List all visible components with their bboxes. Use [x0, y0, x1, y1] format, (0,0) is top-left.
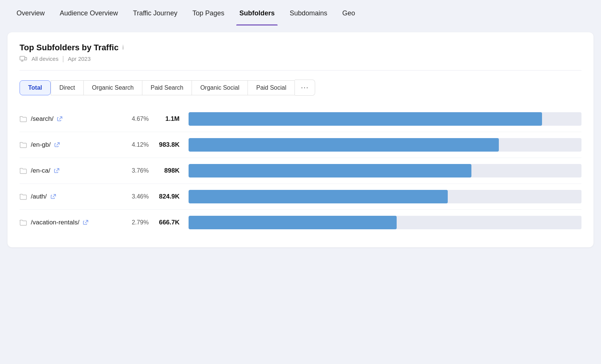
filter-tab-···[interactable]: ···	[295, 80, 315, 96]
table-row: /search/ 4.67% 1.1M	[20, 106, 581, 132]
row-percentage: 3.46%	[125, 193, 155, 200]
filter-tab-total[interactable]: Total	[20, 80, 51, 95]
table-row: /auth/ 3.46% 824.9K	[20, 184, 581, 210]
nav-item-traffic-journey[interactable]: Traffic Journey	[125, 1, 185, 26]
row-path: /auth/	[20, 193, 125, 200]
nav-item-subfolders[interactable]: Subfolders	[232, 1, 282, 26]
bar-fill	[189, 190, 448, 203]
row-path: /vacation-rentals/	[20, 219, 125, 226]
bar-container	[189, 164, 581, 177]
folder-icon	[20, 141, 27, 148]
bar-fill	[189, 112, 542, 126]
table-row: /en-ca/ 3.76% 898K	[20, 158, 581, 184]
row-value: 898K	[155, 167, 189, 174]
path-label: /search/	[31, 115, 53, 123]
svg-rect-0	[20, 56, 25, 60]
row-percentage: 4.67%	[125, 116, 155, 122]
folder-icon	[20, 116, 27, 122]
row-percentage: 4.12%	[125, 141, 155, 148]
bar-container	[189, 138, 581, 152]
table-row: /vacation-rentals/ 2.79% 666.7K	[20, 210, 581, 235]
external-link-icon[interactable]	[51, 194, 56, 199]
external-link-icon[interactable]	[57, 116, 62, 122]
top-subfolders-card: Top Subfolders by Traffic i All devices …	[8, 32, 593, 247]
row-value: 983.8K	[155, 141, 189, 149]
filter-tabs: TotalDirectOrganic SearchPaid SearchOrga…	[20, 80, 581, 96]
folder-icon	[20, 219, 27, 226]
meta-separator: |	[62, 55, 64, 63]
row-value: 824.9K	[155, 193, 189, 200]
row-path: /en-ca/	[20, 167, 125, 174]
external-link-icon[interactable]	[54, 142, 60, 147]
external-link-icon[interactable]	[83, 220, 88, 225]
row-path: /search/	[20, 115, 125, 123]
path-label: /en-ca/	[31, 167, 50, 174]
path-label: /auth/	[31, 193, 47, 200]
svg-rect-1	[25, 57, 27, 60]
nav-item-subdomains[interactable]: Subdomains	[282, 1, 335, 26]
filter-tab-direct[interactable]: Direct	[51, 80, 84, 95]
date-label: Apr 2023	[68, 56, 91, 62]
nav-item-overview[interactable]: Overview	[9, 1, 52, 26]
path-label: /vacation-rentals/	[31, 219, 79, 226]
folder-icon	[20, 167, 27, 174]
row-value: 666.7K	[155, 219, 189, 226]
devices-icon	[20, 56, 27, 62]
row-path: /en-gb/	[20, 141, 125, 149]
card-title: Top Subfolders by Traffic	[20, 43, 119, 53]
row-value: 1.1M	[155, 115, 189, 123]
bar-container	[189, 112, 581, 126]
row-percentage: 3.76%	[125, 167, 155, 174]
table-row: /en-gb/ 4.12% 983.8K	[20, 132, 581, 158]
nav-item-audience-overview[interactable]: Audience Overview	[52, 1, 125, 26]
folder-icon	[20, 193, 27, 200]
bar-fill	[189, 138, 499, 152]
external-link-icon[interactable]	[54, 168, 59, 173]
path-label: /en-gb/	[31, 141, 51, 149]
bar-container	[189, 216, 581, 229]
nav-item-top-pages[interactable]: Top Pages	[185, 1, 232, 26]
card-header: Top Subfolders by Traffic i	[20, 43, 581, 53]
devices-label: All devices	[32, 56, 59, 62]
filter-tab-organic-social[interactable]: Organic Social	[192, 80, 248, 95]
card-meta: All devices | Apr 2023	[20, 55, 581, 71]
filter-tab-paid-social[interactable]: Paid Social	[248, 80, 295, 95]
info-icon[interactable]: i	[122, 44, 124, 51]
filter-tab-paid-search[interactable]: Paid Search	[142, 80, 192, 95]
bar-container	[189, 190, 581, 203]
bar-fill	[189, 216, 397, 229]
navigation: OverviewAudience OverviewTraffic Journey…	[0, 0, 601, 26]
nav-item-geo[interactable]: Geo	[335, 1, 362, 26]
data-table: /search/ 4.67% 1.1M /en-gb/ 4.12% 983.8K	[20, 106, 581, 235]
bar-fill	[189, 164, 471, 177]
row-percentage: 2.79%	[125, 219, 155, 226]
filter-tab-organic-search[interactable]: Organic Search	[84, 80, 142, 95]
